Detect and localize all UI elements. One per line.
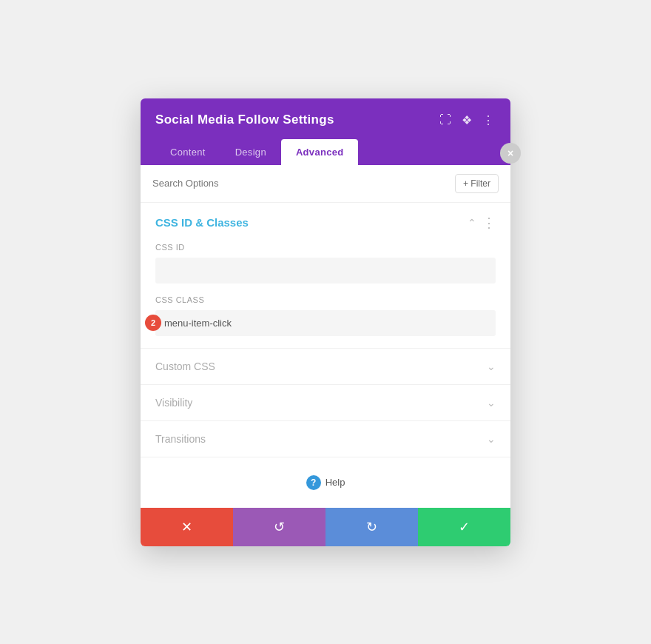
tab-bar: Content Design Advanced xyxy=(155,139,496,165)
header-icons: ⛶ ❖ ⋮ xyxy=(438,112,496,129)
custom-css-section: Custom CSS ⌄ xyxy=(141,349,510,385)
transitions-header[interactable]: Transitions ⌄ xyxy=(155,421,496,457)
section-more-icon[interactable]: ⋮ xyxy=(482,215,496,231)
css-id-label: CSS ID xyxy=(155,243,496,252)
visibility-header[interactable]: Visibility ⌄ xyxy=(155,385,496,420)
search-input[interactable] xyxy=(152,178,449,189)
css-class-badge: 2 xyxy=(145,315,161,331)
tab-content[interactable]: Content xyxy=(155,139,220,165)
expand-icon[interactable]: ⛶ xyxy=(438,112,453,128)
css-id-classes-section: CSS ID & Classes ⌃ ⋮ CSS ID CSS Class 2 xyxy=(141,203,510,349)
visibility-title: Visibility xyxy=(155,397,192,409)
header-top: Social Media Follow Settings ⛶ ❖ ⋮ xyxy=(155,112,496,129)
help-section: ? Help xyxy=(141,457,510,508)
chevron-down-icon-visibility: ⌄ xyxy=(487,397,496,409)
save-icon: ✓ xyxy=(459,519,470,535)
css-class-field-group: CSS Class 2 xyxy=(155,295,496,348)
modal-close-button[interactable]: × xyxy=(500,143,521,164)
modal-body: + Filter CSS ID & Classes ⌃ ⋮ CSS ID CSS… xyxy=(141,165,510,508)
modal-title: Social Media Follow Settings xyxy=(155,113,334,127)
section-header-icons: ⌃ ⋮ xyxy=(468,215,496,231)
redo-icon: ↻ xyxy=(366,519,377,535)
css-class-label: CSS Class xyxy=(155,295,496,304)
transitions-title: Transitions xyxy=(155,433,206,445)
css-id-input[interactable] xyxy=(155,258,496,284)
visibility-section: Visibility ⌄ xyxy=(141,385,510,421)
redo-button[interactable]: ↻ xyxy=(326,508,418,546)
cancel-icon: ✕ xyxy=(181,519,192,535)
settings-modal: Social Media Follow Settings ⛶ ❖ ⋮ Conte… xyxy=(141,98,510,546)
cancel-button[interactable]: ✕ xyxy=(141,508,233,546)
help-text[interactable]: Help xyxy=(326,477,345,488)
modal-header: Social Media Follow Settings ⛶ ❖ ⋮ Conte… xyxy=(141,98,510,165)
css-id-field-group: CSS ID xyxy=(155,243,496,295)
css-id-classes-header[interactable]: CSS ID & Classes ⌃ ⋮ xyxy=(155,203,496,243)
custom-css-header[interactable]: Custom CSS ⌄ xyxy=(155,349,496,384)
filter-button[interactable]: + Filter xyxy=(455,174,499,193)
save-button[interactable]: ✓ xyxy=(418,508,510,546)
css-class-input-wrapper: 2 xyxy=(155,310,496,336)
undo-button[interactable]: ↺ xyxy=(233,508,326,546)
chevron-up-icon: ⌃ xyxy=(468,217,476,229)
help-icon[interactable]: ? xyxy=(306,475,321,490)
tab-design[interactable]: Design xyxy=(220,139,281,165)
custom-css-title: Custom CSS xyxy=(155,360,215,372)
search-bar: + Filter xyxy=(141,165,510,203)
chevron-down-icon-transitions: ⌄ xyxy=(487,433,496,445)
css-class-input[interactable] xyxy=(155,310,496,336)
transitions-section: Transitions ⌄ xyxy=(141,421,510,457)
columns-icon[interactable]: ❖ xyxy=(460,112,473,129)
tab-advanced[interactable]: Advanced xyxy=(281,139,359,165)
chevron-down-icon-custom: ⌄ xyxy=(487,360,496,372)
close-icon: × xyxy=(507,147,513,159)
css-id-classes-title: CSS ID & Classes xyxy=(155,216,249,229)
undo-icon: ↺ xyxy=(274,519,285,535)
modal-footer: ✕ ↺ ↻ ✓ xyxy=(141,508,510,546)
more-options-icon[interactable]: ⋮ xyxy=(481,112,496,129)
